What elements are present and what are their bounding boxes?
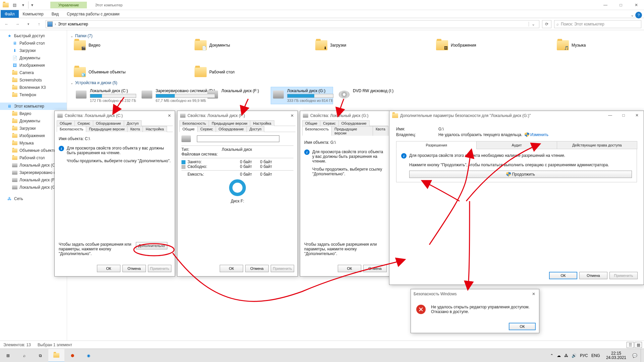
sec-tab-permissions[interactable]: Разрешения bbox=[396, 141, 477, 149]
start-button[interactable]: ⊞ bbox=[0, 349, 16, 362]
tray-lang1[interactable]: РУС bbox=[580, 353, 588, 358]
cancel-button[interactable]: Отмена bbox=[579, 272, 607, 279]
tab[interactable]: Квота bbox=[373, 126, 388, 136]
cancel-button[interactable]: Отмена bbox=[122, 265, 146, 272]
breadcrumb[interactable]: Этот компьютер bbox=[58, 22, 88, 26]
address-dropdown-icon[interactable]: ⌄ bbox=[529, 22, 538, 26]
group-drives[interactable]: ⌄Устройства и диски (5) bbox=[70, 80, 641, 85]
sec-tab-audit[interactable]: Аудит bbox=[476, 141, 557, 149]
tray-overflow-icon[interactable]: ⌃ bbox=[550, 353, 553, 358]
nav-item[interactable]: Camera bbox=[0, 69, 67, 76]
nav-item[interactable]: Вселенная X3 bbox=[0, 84, 67, 91]
apply-button[interactable]: Применить bbox=[148, 265, 171, 272]
search-button[interactable]: ⌕ bbox=[16, 349, 32, 362]
nav-back-button[interactable]: ← bbox=[3, 20, 11, 28]
view-details-button[interactable]: ☰ bbox=[627, 342, 634, 348]
folder-item[interactable]: Рабочий стол bbox=[195, 67, 275, 77]
tray-notifications-icon[interactable]: 💬 bbox=[632, 353, 637, 358]
refresh-button[interactable]: ⟳ bbox=[542, 20, 551, 28]
tab[interactable]: Предыдущие версии bbox=[86, 126, 127, 132]
close-icon[interactable]: ✕ bbox=[288, 112, 296, 119]
close-button[interactable]: ✕ bbox=[629, 0, 644, 10]
cancel-button[interactable]: Отмена bbox=[363, 265, 387, 272]
maximize-button[interactable]: □ bbox=[617, 111, 630, 120]
nav-forward-button[interactable]: → bbox=[13, 20, 21, 28]
tab[interactable]: Оборудование bbox=[93, 120, 124, 126]
close-icon[interactable]: ✕ bbox=[530, 291, 538, 297]
minimize-button[interactable]: — bbox=[603, 111, 617, 120]
ribbon-tab[interactable]: Компьютер bbox=[19, 10, 48, 18]
tab-general[interactable]: Общие bbox=[179, 126, 198, 132]
tab[interactable]: Общие bbox=[302, 120, 320, 126]
nav-item[interactable]: 🖥Рабочий стол bbox=[0, 40, 67, 47]
drive-item[interactable]: DVD RW дисковод (I:) bbox=[337, 87, 398, 104]
folder-item[interactable]: 📄Документы bbox=[195, 40, 275, 50]
qat-properties-icon[interactable]: ▤ bbox=[11, 1, 18, 9]
address-box[interactable]: › Этот компьютер ⌄ bbox=[46, 20, 539, 28]
nav-item[interactable]: ⬇Загрузки bbox=[0, 47, 67, 54]
tab[interactable]: Доступ bbox=[124, 120, 142, 126]
minimize-button[interactable]: — bbox=[598, 0, 613, 10]
file-tab[interactable]: Файл bbox=[1, 10, 19, 18]
cancel-button[interactable]: Отмена bbox=[245, 265, 269, 272]
tab[interactable]: Общие bbox=[57, 120, 75, 126]
sec-tab-effective[interactable]: Действующие права доступа bbox=[557, 141, 637, 149]
tab-security[interactable]: Безопасность bbox=[57, 126, 86, 132]
change-owner-link[interactable]: Изменить bbox=[530, 132, 548, 137]
tab[interactable]: Квота bbox=[127, 126, 143, 132]
ok-button[interactable]: ОК bbox=[509, 323, 536, 330]
nav-history-button[interactable]: ▾ bbox=[24, 20, 32, 28]
ribbon-collapse-icon[interactable]: ⌄ bbox=[631, 13, 634, 17]
ribbon-context-tab[interactable]: Средства работы с дисками bbox=[63, 10, 123, 18]
qat-dropdown-icon[interactable]: ▾ bbox=[19, 1, 27, 9]
group-folders[interactable]: ⌄Папки (7) bbox=[70, 34, 641, 38]
tray-lang2[interactable]: ENG bbox=[591, 353, 600, 358]
tab[interactable]: Безопасность bbox=[179, 120, 209, 126]
ribbon-tab[interactable]: Вид bbox=[48, 10, 63, 18]
ok-button[interactable]: ОК bbox=[338, 265, 361, 272]
ok-button[interactable]: ОК bbox=[97, 265, 120, 272]
nav-quick-access[interactable]: ★Быстрый доступ bbox=[0, 32, 67, 40]
nav-up-button[interactable]: ↑ bbox=[35, 20, 43, 28]
view-large-button[interactable]: ▦ bbox=[635, 342, 642, 348]
ok-button[interactable]: ОК bbox=[220, 265, 243, 272]
folder-item[interactable]: 🖼Изображения bbox=[436, 40, 517, 50]
tab[interactable]: Настройка bbox=[250, 120, 274, 126]
taskview-button[interactable]: ⧉ bbox=[32, 349, 48, 362]
show-desktop-button[interactable] bbox=[641, 349, 643, 362]
close-button[interactable]: ✕ bbox=[630, 111, 644, 120]
apply-button[interactable]: Применить bbox=[609, 272, 638, 279]
tray-clock[interactable]: 22:1524.03.2021 bbox=[603, 351, 629, 360]
help-icon[interactable]: ? bbox=[635, 12, 642, 18]
tray-onedrive-icon[interactable]: ☁ bbox=[557, 353, 561, 358]
continue-button[interactable]: Продолжить bbox=[409, 171, 632, 178]
nav-item[interactable]: Screenshots bbox=[0, 76, 67, 84]
ok-button[interactable]: ОК bbox=[549, 272, 577, 279]
tab[interactable]: Сервис bbox=[74, 120, 93, 126]
tray-volume-icon[interactable]: 🔊 bbox=[572, 353, 577, 358]
tab[interactable]: Предыдущие версии bbox=[331, 126, 373, 136]
nav-item[interactable]: 📄Документы bbox=[0, 54, 67, 62]
tab[interactable]: Сервис bbox=[320, 120, 339, 126]
edge-taskbar-button[interactable]: ◉ bbox=[80, 349, 97, 362]
tab-security[interactable]: Безопасность bbox=[302, 126, 332, 136]
drive-item[interactable]: Локальный диск (G:)333 ГБ свободно из 81… bbox=[271, 87, 333, 104]
tab[interactable]: Предыдущие версии bbox=[209, 120, 250, 126]
advanced-button[interactable]: Дополнительно bbox=[136, 242, 167, 249]
drive-item[interactable]: Локальный диск (C:)172 ГБ свободно из 23… bbox=[74, 87, 136, 104]
office-taskbar-button[interactable]: ⬢ bbox=[64, 349, 80, 362]
nav-this-pc[interactable]: 🖥Этот компьютер bbox=[0, 103, 67, 110]
tab[interactable]: Оборудование bbox=[338, 120, 370, 126]
folder-item[interactable]: ⬇Загрузки bbox=[315, 40, 396, 50]
folder-item[interactable]: 🧊Объемные объекты bbox=[74, 67, 154, 77]
tab[interactable]: Оборудование bbox=[216, 126, 247, 132]
explorer-taskbar-button[interactable] bbox=[48, 349, 64, 362]
maximize-button[interactable]: □ bbox=[613, 0, 629, 10]
close-icon[interactable]: ✕ bbox=[165, 112, 173, 119]
nav-item[interactable]: Телефон bbox=[0, 91, 67, 99]
tray-network-icon[interactable]: 🖧 bbox=[564, 353, 568, 358]
volume-name-input[interactable] bbox=[197, 135, 279, 142]
drive-item[interactable]: Зарезервировано системой (D:)67,7 МБ сво… bbox=[140, 87, 201, 104]
tab[interactable]: Сервис bbox=[197, 126, 216, 132]
folder-item[interactable]: 🎬Видео bbox=[74, 40, 154, 50]
